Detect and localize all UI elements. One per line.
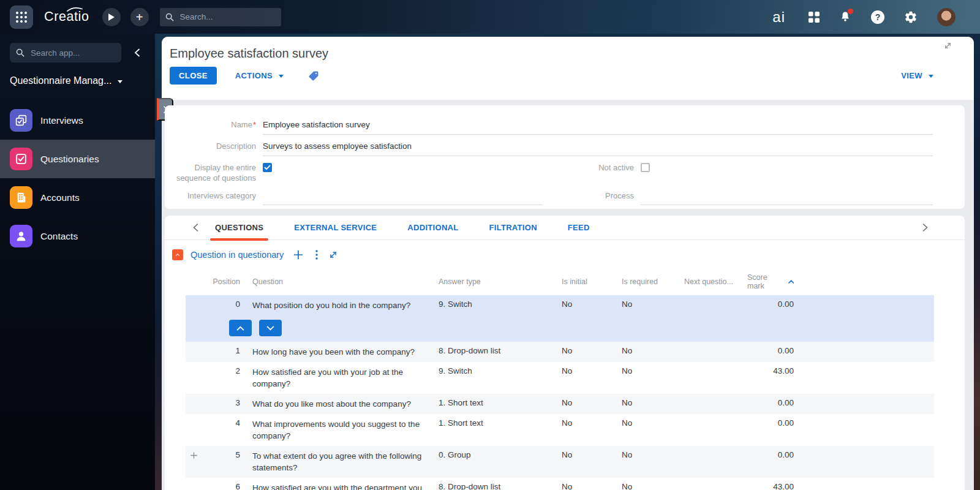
cell-is-initial: No xyxy=(562,418,622,428)
cell-is-initial: No xyxy=(562,450,622,459)
app-search[interactable] xyxy=(10,43,121,62)
cell-answer-type: 8. Drop-down list xyxy=(437,482,562,490)
marketplace-apps-button[interactable] xyxy=(809,12,820,23)
chevron-down-icon xyxy=(266,326,274,331)
interviews-icon xyxy=(10,109,32,132)
app-launcher-button[interactable] xyxy=(10,6,33,29)
cell-score-mark: 43.00 xyxy=(747,366,794,375)
column-header-position[interactable]: Position xyxy=(186,277,242,286)
cell-question: How long have you been with the company? xyxy=(242,346,437,358)
move-up-button[interactable] xyxy=(229,320,252,336)
tabs-scroll-left-button[interactable] xyxy=(190,216,202,239)
tab-external-service[interactable]: EXTERNAL SERVICE xyxy=(289,216,382,239)
cell-is-required: No xyxy=(622,346,684,355)
cell-is-required: No xyxy=(622,450,684,459)
tabs-scroll-right-button[interactable] xyxy=(919,216,931,239)
quick-add-button[interactable]: + xyxy=(130,8,149,26)
cell-question: What position do you hold in the company… xyxy=(242,300,437,311)
table-row[interactable]: 2 How satisfied are you with your job at… xyxy=(186,362,934,394)
column-header-question[interactable]: Question xyxy=(242,276,437,288)
tabs-panel: QUESTIONS EXTERNAL SERVICE ADDITIONAL FI… xyxy=(165,216,965,490)
apps-grid-icon xyxy=(809,12,820,23)
cell-answer-type: 1. Short text xyxy=(437,418,562,428)
table-row-selected[interactable]: 0 What position do you hold in the compa… xyxy=(186,295,934,342)
tags-button[interactable] xyxy=(304,70,323,82)
global-search-input[interactable] xyxy=(179,12,271,22)
cell-score-mark: 0.00 xyxy=(747,300,794,309)
process-field[interactable] xyxy=(641,189,933,205)
description-field[interactable]: Surveys to assess employee satisfaction xyxy=(263,140,933,156)
name-field[interactable]: Employee satisfaction survey xyxy=(263,118,933,135)
detail-title: Question in questionary xyxy=(190,250,284,260)
record-body: Name* Employee satisfaction survey Descr… xyxy=(162,105,974,490)
top-bar: Creatio + ai xyxy=(0,0,980,34)
cell-is-initial: No xyxy=(562,346,622,355)
description-field-label: Description xyxy=(165,140,256,151)
cell-position: 3 xyxy=(186,398,242,407)
column-header-is-required[interactable]: Is required xyxy=(622,277,684,286)
sidebar-collapse-button[interactable] xyxy=(131,46,143,59)
plus-icon xyxy=(293,250,303,260)
plus-icon xyxy=(190,452,197,459)
move-down-button[interactable] xyxy=(259,320,282,336)
questionaries-icon xyxy=(10,148,32,170)
expand-group-button[interactable] xyxy=(190,452,197,459)
column-header-next-question[interactable]: Next questio... xyxy=(684,277,747,286)
table-row[interactable]: 3 What do you like most about the compan… xyxy=(186,394,934,414)
detail-menu-button[interactable] xyxy=(314,249,319,261)
cell-question: How satisfied are you with the departmen… xyxy=(242,482,437,490)
notifications-button[interactable] xyxy=(839,10,851,23)
cell-is-initial: No xyxy=(562,398,622,407)
view-button[interactable]: VIEW xyxy=(897,70,937,81)
global-search[interactable] xyxy=(160,8,281,26)
detail-collapse-button[interactable] xyxy=(172,249,183,260)
cell-score-mark: 43.00 xyxy=(747,482,794,490)
cell-is-required: No xyxy=(622,418,684,428)
interviews-category-label: Interviews category xyxy=(165,189,256,201)
logo-swoosh-icon xyxy=(66,6,83,12)
table-row[interactable]: 4 What improvements would you suggest to… xyxy=(186,414,934,446)
interviews-category-field[interactable] xyxy=(263,189,543,205)
sidebar-item-accounts[interactable]: Accounts xyxy=(0,178,155,217)
cell-answer-type: 9. Switch xyxy=(437,366,562,375)
close-button[interactable]: CLOSE xyxy=(170,67,217,85)
chevron-up-icon xyxy=(176,253,179,257)
kebab-menu-icon xyxy=(315,250,318,260)
play-icon xyxy=(108,13,115,21)
cell-is-initial: No xyxy=(562,300,622,309)
display-sequence-checkbox[interactable] xyxy=(263,163,272,172)
table-row[interactable]: 1 How long have you been with the compan… xyxy=(186,342,934,362)
workplace-selector[interactable]: Questionnaire Manag... xyxy=(10,75,155,86)
not-active-checkbox[interactable] xyxy=(641,163,650,172)
expand-diagonal-icon xyxy=(329,251,337,259)
tab-filtration[interactable]: FILTRATION xyxy=(484,216,542,239)
help-button[interactable]: ? xyxy=(871,10,884,24)
creatio-ai-button[interactable]: ai xyxy=(769,9,789,25)
run-process-button[interactable] xyxy=(102,8,121,26)
sidebar-item-interviews[interactable]: Interviews xyxy=(0,101,155,140)
column-header-is-initial[interactable]: Is initial xyxy=(562,277,622,286)
table-row-group[interactable]: 5 To what extent do you agree with the f… xyxy=(186,446,934,478)
column-header-answer-type[interactable]: Answer type xyxy=(437,277,562,286)
cell-position: 0 xyxy=(186,300,242,309)
fullscreen-toggle-button[interactable] xyxy=(943,40,953,51)
chevron-left-icon xyxy=(192,223,199,232)
sidebar-item-questionaries[interactable]: Questionaries xyxy=(0,140,155,178)
table-row[interactable]: 6 How satisfied are you with the departm… xyxy=(186,478,934,490)
notification-badge xyxy=(848,9,853,14)
settings-button[interactable] xyxy=(904,10,918,24)
add-question-button[interactable] xyxy=(292,249,304,261)
workplace-name: Questionnaire Manag... xyxy=(10,75,111,86)
chevron-up-icon xyxy=(236,326,244,331)
search-icon xyxy=(165,13,174,21)
tab-questions[interactable]: QUESTIONS xyxy=(210,216,268,239)
detail-expand-button[interactable] xyxy=(328,249,339,260)
chevron-down-icon xyxy=(118,80,123,83)
tab-additional[interactable]: ADDITIONAL xyxy=(402,216,463,239)
app-search-input[interactable] xyxy=(29,48,109,58)
column-header-score-mark[interactable]: Score mark xyxy=(747,273,794,290)
user-avatar[interactable] xyxy=(937,8,956,26)
actions-button[interactable]: ACTIONS xyxy=(232,70,287,81)
sidebar-item-contacts[interactable]: Contacts xyxy=(0,217,155,255)
tab-feed[interactable]: FEED xyxy=(563,216,595,239)
